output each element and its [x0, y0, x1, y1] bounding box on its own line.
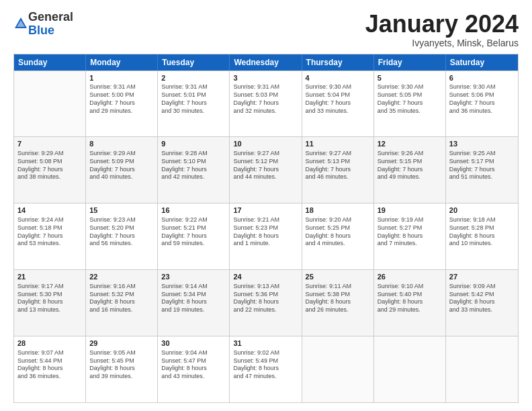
cell-day-number: 9: [161, 139, 226, 149]
cell-day-number: 24: [233, 272, 298, 282]
cell-info: Sunrise: 9:02 AM Sunset: 5:49 PM Dayligh…: [233, 349, 298, 381]
cell-day-number: 4: [306, 73, 370, 83]
cell-info: Sunrise: 9:27 AM Sunset: 5:13 PM Dayligh…: [306, 150, 370, 181]
cell-day-number: 8: [89, 139, 154, 149]
cell-day-number: 10: [233, 139, 298, 149]
cell-info: Sunrise: 9:27 AM Sunset: 5:12 PM Dayligh…: [233, 150, 298, 181]
calendar-cell: 30Sunrise: 9:04 AM Sunset: 5:47 PM Dayli…: [158, 336, 230, 402]
cell-info: Sunrise: 9:25 AM Sunset: 5:17 PM Dayligh…: [449, 150, 515, 181]
cell-info: Sunrise: 9:23 AM Sunset: 5:20 PM Dayligh…: [89, 216, 154, 248]
calendar-cell: 11Sunrise: 9:27 AM Sunset: 5:13 PM Dayli…: [302, 137, 374, 203]
calendar-cell: 6Sunrise: 9:30 AM Sunset: 5:06 PM Daylig…: [446, 71, 518, 137]
calendar-cell: 27Sunrise: 9:09 AM Sunset: 5:42 PM Dayli…: [446, 270, 518, 336]
cell-day-number: 30: [161, 338, 226, 349]
page: General Blue January 2024 Ivyanyets, Min…: [0, 0, 532, 411]
calendar-cell: [14, 71, 86, 137]
calendar: SundayMondayTuesdayWednesdayThursdayFrid…: [13, 54, 519, 403]
calendar-body: 1Sunrise: 9:31 AM Sunset: 5:00 PM Daylig…: [14, 71, 518, 402]
calendar-cell: 16Sunrise: 9:22 AM Sunset: 5:21 PM Dayli…: [158, 203, 230, 269]
cell-day-number: 13: [449, 139, 515, 149]
calendar-cell: 1Sunrise: 9:31 AM Sunset: 5:00 PM Daylig…: [86, 71, 158, 137]
cell-day-number: 3: [233, 73, 298, 83]
logo-text: General Blue: [28, 11, 73, 38]
calendar-cell: 2Sunrise: 9:31 AM Sunset: 5:01 PM Daylig…: [158, 71, 230, 137]
cell-day-number: 26: [378, 272, 442, 282]
calendar-header-row: SundayMondayTuesdayWednesdayThursdayFrid…: [14, 54, 518, 71]
cell-info: Sunrise: 9:13 AM Sunset: 5:36 PM Dayligh…: [233, 283, 298, 314]
cell-day-number: 18: [306, 205, 370, 216]
calendar-header-cell: Sunday: [14, 54, 86, 71]
calendar-cell: 4Sunrise: 9:30 AM Sunset: 5:04 PM Daylig…: [302, 71, 374, 137]
calendar-cell: 17Sunrise: 9:21 AM Sunset: 5:23 PM Dayli…: [230, 203, 302, 269]
calendar-cell: 15Sunrise: 9:23 AM Sunset: 5:20 PM Dayli…: [86, 203, 158, 269]
cell-info: Sunrise: 9:19 AM Sunset: 5:27 PM Dayligh…: [378, 216, 442, 248]
calendar-row: 21Sunrise: 9:17 AM Sunset: 5:30 PM Dayli…: [14, 269, 518, 336]
cell-info: Sunrise: 9:28 AM Sunset: 5:10 PM Dayligh…: [161, 150, 226, 181]
calendar-header-cell: Monday: [86, 54, 158, 71]
calendar-cell: 29Sunrise: 9:05 AM Sunset: 5:45 PM Dayli…: [86, 336, 158, 402]
cell-info: Sunrise: 9:22 AM Sunset: 5:21 PM Dayligh…: [161, 216, 226, 248]
logo-general-text: General: [28, 10, 73, 24]
cell-info: Sunrise: 9:07 AM Sunset: 5:44 PM Dayligh…: [17, 349, 82, 381]
cell-day-number: 22: [89, 272, 154, 282]
header: General Blue January 2024 Ivyanyets, Min…: [13, 11, 519, 48]
calendar-cell: 20Sunrise: 9:18 AM Sunset: 5:28 PM Dayli…: [446, 203, 518, 269]
calendar-cell: 24Sunrise: 9:13 AM Sunset: 5:36 PM Dayli…: [230, 270, 302, 336]
calendar-cell: 9Sunrise: 9:28 AM Sunset: 5:10 PM Daylig…: [158, 137, 230, 203]
cell-info: Sunrise: 9:31 AM Sunset: 5:03 PM Dayligh…: [233, 83, 298, 115]
cell-info: Sunrise: 9:17 AM Sunset: 5:30 PM Dayligh…: [17, 283, 82, 314]
calendar-cell: 25Sunrise: 9:11 AM Sunset: 5:38 PM Dayli…: [302, 270, 374, 336]
cell-day-number: 31: [233, 338, 298, 349]
cell-day-number: 17: [233, 205, 298, 216]
cell-day-number: 23: [161, 272, 226, 282]
calendar-cell: 10Sunrise: 9:27 AM Sunset: 5:12 PM Dayli…: [230, 137, 302, 203]
cell-day-number: 29: [89, 338, 154, 349]
cell-day-number: 7: [17, 139, 82, 149]
cell-day-number: 5: [378, 73, 442, 83]
cell-info: Sunrise: 9:09 AM Sunset: 5:42 PM Dayligh…: [449, 283, 515, 314]
cell-info: Sunrise: 9:31 AM Sunset: 5:01 PM Dayligh…: [161, 83, 226, 115]
calendar-header-cell: Wednesday: [230, 54, 302, 71]
calendar-cell: 8Sunrise: 9:29 AM Sunset: 5:09 PM Daylig…: [86, 137, 158, 203]
calendar-cell: 14Sunrise: 9:24 AM Sunset: 5:18 PM Dayli…: [14, 203, 86, 269]
cell-day-number: 6: [449, 73, 515, 83]
calendar-cell: 13Sunrise: 9:25 AM Sunset: 5:17 PM Dayli…: [446, 137, 518, 203]
calendar-subtitle: Ivyanyets, Minsk, Belarus: [365, 38, 519, 48]
cell-info: Sunrise: 9:30 AM Sunset: 5:06 PM Dayligh…: [449, 83, 515, 115]
calendar-cell: [302, 336, 374, 402]
cell-info: Sunrise: 9:31 AM Sunset: 5:00 PM Dayligh…: [89, 83, 154, 115]
calendar-cell: [446, 336, 518, 402]
cell-info: Sunrise: 9:04 AM Sunset: 5:47 PM Dayligh…: [161, 349, 226, 381]
cell-day-number: 16: [161, 205, 226, 216]
cell-info: Sunrise: 9:24 AM Sunset: 5:18 PM Dayligh…: [17, 216, 82, 248]
calendar-cell: 7Sunrise: 9:29 AM Sunset: 5:08 PM Daylig…: [14, 137, 86, 203]
cell-day-number: 15: [89, 205, 154, 216]
cell-day-number: 21: [17, 272, 82, 282]
logo-icon: [13, 16, 28, 31]
cell-info: Sunrise: 9:18 AM Sunset: 5:28 PM Dayligh…: [449, 216, 515, 248]
calendar-header-cell: Friday: [374, 54, 446, 71]
cell-day-number: 12: [378, 139, 442, 149]
calendar-header-cell: Thursday: [302, 54, 374, 71]
cell-info: Sunrise: 9:29 AM Sunset: 5:09 PM Dayligh…: [89, 150, 154, 181]
cell-info: Sunrise: 9:20 AM Sunset: 5:25 PM Dayligh…: [306, 216, 370, 248]
calendar-cell: 26Sunrise: 9:10 AM Sunset: 5:40 PM Dayli…: [374, 270, 446, 336]
calendar-cell: [374, 336, 446, 402]
calendar-cell: 23Sunrise: 9:14 AM Sunset: 5:34 PM Dayli…: [158, 270, 230, 336]
calendar-cell: 28Sunrise: 9:07 AM Sunset: 5:44 PM Dayli…: [14, 336, 86, 402]
cell-day-number: 14: [17, 205, 82, 216]
cell-info: Sunrise: 9:29 AM Sunset: 5:08 PM Dayligh…: [17, 150, 82, 181]
calendar-cell: 31Sunrise: 9:02 AM Sunset: 5:49 PM Dayli…: [230, 336, 302, 402]
cell-day-number: 1: [89, 73, 154, 83]
calendar-cell: 12Sunrise: 9:26 AM Sunset: 5:15 PM Dayli…: [374, 137, 446, 203]
cell-info: Sunrise: 9:26 AM Sunset: 5:15 PM Dayligh…: [378, 150, 442, 181]
title-block: January 2024 Ivyanyets, Minsk, Belarus: [365, 11, 519, 48]
cell-info: Sunrise: 9:30 AM Sunset: 5:05 PM Dayligh…: [378, 83, 442, 115]
cell-day-number: 2: [161, 73, 226, 83]
calendar-cell: 21Sunrise: 9:17 AM Sunset: 5:30 PM Dayli…: [14, 270, 86, 336]
logo: General Blue: [13, 11, 73, 38]
calendar-header-cell: Saturday: [446, 54, 518, 71]
calendar-row: 14Sunrise: 9:24 AM Sunset: 5:18 PM Dayli…: [14, 203, 518, 269]
calendar-row: 7Sunrise: 9:29 AM Sunset: 5:08 PM Daylig…: [14, 136, 518, 203]
calendar-cell: 3Sunrise: 9:31 AM Sunset: 5:03 PM Daylig…: [230, 71, 302, 137]
